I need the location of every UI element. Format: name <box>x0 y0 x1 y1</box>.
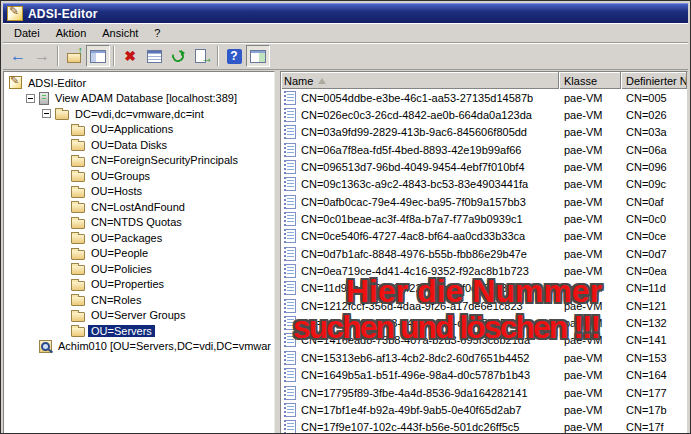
folder-icon <box>71 312 85 322</box>
cell-definierter-name: CN=0ce <box>621 230 687 242</box>
table-row[interactable]: CN=15313eb6-af13-4cb2-8dc2-60d7651b4452p… <box>281 349 687 366</box>
show-action-pane-button[interactable] <box>246 45 270 67</box>
table-row[interactable]: CN=0ce540f6-4727-4ac8-bf64-aa0cd33b33cap… <box>281 228 687 245</box>
tree-item[interactable]: CN=LostAndFound <box>6 199 272 215</box>
table-row[interactable]: CN=17f9e107-102c-443f-b56e-501dc26ff5c5p… <box>281 419 687 433</box>
tree-item[interactable]: OU=People <box>6 246 272 262</box>
table-row[interactable]: CN=09c1363c-a9c2-4843-bc53-83e4903441fap… <box>281 176 687 193</box>
cell-name: CN=1212fccf-356d-4daa-9f26-a17de6e1c823 <box>281 299 559 313</box>
column-header-label: Klasse <box>564 75 597 87</box>
delete-button[interactable] <box>118 45 142 67</box>
forward-button[interactable] <box>30 45 54 67</box>
tree-item[interactable]: OU=Server Groups <box>6 308 272 324</box>
cell-klasse: pae-VM <box>559 369 621 381</box>
table-row[interactable]: CN=096513d7-96bd-4049-9454-4ebf7f010bf4p… <box>281 158 687 175</box>
table-row[interactable]: CN=06a7f8ea-fd5f-4bed-8893-42e19b99af66p… <box>281 141 687 158</box>
object-name: CN=0ce540f6-4727-4ac8-bf64-aa0cd33b33ca <box>301 230 525 242</box>
column-header-name[interactable]: Name <box>281 72 559 89</box>
table-row[interactable]: CN=026ec0c3-26cd-4842-ae0b-664da0a123dap… <box>281 106 687 123</box>
back-button[interactable] <box>6 45 30 67</box>
tree-item-label: OU=Data Disks <box>88 139 170 151</box>
up-one-level-button[interactable] <box>62 45 86 67</box>
tree-item[interactable]: Achim010 [OU=Servers,DC=vdi,DC=vmwar <box>6 339 272 355</box>
cell-definierter-name: CN=06a <box>621 144 687 156</box>
cell-name: CN=0afb0cac-79e4-49ec-ba95-7f0b9a157bb3 <box>281 195 559 209</box>
table-row[interactable]: CN=03a9fd99-2829-413b-9ac6-845606f805ddp… <box>281 124 687 141</box>
tree-item[interactable]: OU=Packages <box>6 230 272 246</box>
tree-item[interactable]: View ADAM Database [localhost:389] <box>6 91 272 107</box>
cell-klasse: pae-VM <box>559 282 621 294</box>
export-list-icon <box>193 48 211 64</box>
tree-item-label: ADSI-Editor <box>25 77 89 89</box>
export-list-button[interactable] <box>190 45 214 67</box>
column-header-dn[interactable]: Definierter Name <box>621 72 687 89</box>
menu-item-aktion[interactable]: Aktion <box>48 25 95 41</box>
folder-icon <box>71 141 85 151</box>
tree-item[interactable]: OU=Hosts <box>6 184 272 200</box>
table-row[interactable]: CN=17bf1e4f-b92a-49bf-9ab5-0e40f65d2ab7p… <box>281 401 687 418</box>
menu-item-ansicht[interactable]: Ansicht <box>94 25 146 41</box>
refresh-button[interactable] <box>166 45 190 67</box>
tree-item[interactable]: OU=Applications <box>6 122 272 138</box>
menu-item-help[interactable]: ? <box>146 25 168 41</box>
table-row[interactable]: CN=17795f89-3fbe-4a4d-8536-9da164282141p… <box>281 384 687 401</box>
cell-name: CN=1649b5a1-b51f-496e-98a4-d0c5787b1b43 <box>281 368 559 382</box>
cell-klasse: pae-VM <box>559 126 621 138</box>
column-header-klasse[interactable]: Klasse <box>559 72 621 89</box>
cell-definierter-name: CN=0af <box>621 196 687 208</box>
table-row[interactable]: CN=0054ddbe-e3be-46c1-aa53-27135d14587bp… <box>281 89 687 106</box>
menu-item-datei[interactable]: Datei <box>6 25 48 41</box>
properties-button[interactable] <box>142 45 166 67</box>
tree-item[interactable]: ADSI-Editor <box>6 75 272 91</box>
folder-icon <box>71 327 85 337</box>
help-button[interactable] <box>222 45 246 67</box>
tree-item[interactable]: OU=Properties <box>6 277 272 293</box>
toolbar-separator <box>113 46 115 66</box>
table-row[interactable]: CN=0c01beae-ac3f-4f8a-b7a7-f77a9b0939c1p… <box>281 210 687 227</box>
tree-item-label: OU=Hosts <box>88 185 145 197</box>
object-icon <box>284 160 296 174</box>
collapse-expander-icon[interactable] <box>42 109 51 118</box>
cell-definierter-name: CN=164 <box>621 369 687 381</box>
collapse-expander-icon[interactable] <box>26 94 35 103</box>
expander-slot[interactable] <box>25 94 36 103</box>
tree-item[interactable]: CN=NTDS Quotas <box>6 215 272 231</box>
table-row[interactable]: CN=1416ead8-73b8-407a-b2d3-695f3c8b21dap… <box>281 332 687 349</box>
expander-slot[interactable] <box>41 109 52 118</box>
cell-klasse: pae-VM <box>559 109 621 121</box>
table-row[interactable]: CN=1212fccf-356d-4daa-9f26-a17de6e1c823p… <box>281 297 687 314</box>
tree-item[interactable]: OU=Data Disks <box>6 137 272 153</box>
up-one-level-icon <box>65 48 83 64</box>
tree-item[interactable]: CN=Roles <box>6 292 272 308</box>
tree-item[interactable]: DC=vdi,dc=vmware,dc=int <box>6 106 272 122</box>
show-action-pane-icon <box>249 48 267 64</box>
tree-item[interactable]: OU=Groups <box>6 168 272 184</box>
cell-klasse: pae-VM <box>559 196 621 208</box>
table-row[interactable]: CN=0d7b1afc-8848-4976-b55b-fbb86e29b47ep… <box>281 245 687 262</box>
tree-item-label: OU=Properties <box>88 278 167 290</box>
folder-icon <box>71 203 85 213</box>
object-icon <box>284 403 296 417</box>
cell-definierter-name: CN=11d <box>621 282 687 294</box>
tree-item[interactable]: CN=ForeignSecurityPrincipals <box>6 153 272 169</box>
object-icon <box>284 299 296 313</box>
tree-item-label: OU=Server Groups <box>88 309 188 321</box>
title-bar[interactable]: ADSI-Editor <box>3 3 688 23</box>
cell-klasse: pae-VM <box>559 178 621 190</box>
table-row[interactable]: CN=1649b5a1-b51f-496e-98a4-d0c5787b1b43p… <box>281 367 687 384</box>
table-row[interactable]: CN=0ea719ce-4d41-4c16-9352-f92ac8b1b723p… <box>281 262 687 279</box>
table-row[interactable]: CN=0afb0cac-79e4-49ec-ba95-7f0b9a157bb3p… <box>281 193 687 210</box>
folder-icon <box>71 188 85 198</box>
tree-item[interactable]: OU=Servers <box>6 323 272 339</box>
object-icon <box>284 247 296 261</box>
table-row[interactable]: CN=11d90ba8-9a42-4223-b2cf-df0d48cb31bcp… <box>281 280 687 297</box>
sort-ascending-icon <box>318 78 326 84</box>
object-icon <box>284 264 296 278</box>
object-name: CN=0d7b1afc-8848-4976-b55b-fbb86e29b47e <box>301 248 527 260</box>
tree-item-label: OU=Policies <box>88 263 155 275</box>
tree-item[interactable]: OU=Policies <box>6 261 272 277</box>
object-icon <box>284 143 296 157</box>
table-row[interactable]: CN=132b1d6b-fa23-44dd-a3ee-d61ff5445bb6p… <box>281 314 687 331</box>
show-console-tree-button[interactable] <box>86 45 110 67</box>
object-icon <box>284 195 296 209</box>
